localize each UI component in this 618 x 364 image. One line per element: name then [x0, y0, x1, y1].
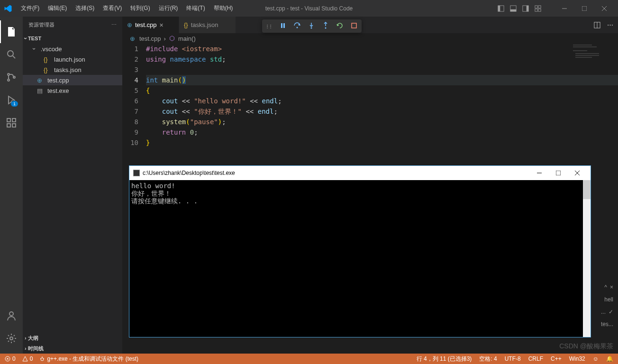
- grip-icon[interactable]: ⫶⫶: [266, 23, 273, 30]
- symbol-method-icon: [169, 35, 175, 42]
- svg-point-30: [297, 27, 298, 28]
- window-close-button[interactable]: [594, 1, 614, 16]
- layout-toggle-secondary-icon[interactable]: [522, 5, 529, 12]
- status-arch[interactable]: Win32: [569, 355, 585, 363]
- status-encoding[interactable]: UTF-8: [505, 355, 521, 363]
- svg-rect-39: [575, 53, 599, 54]
- activity-bar: 1: [0, 17, 23, 354]
- console-line: 你好，世界！: [131, 190, 589, 197]
- tree-file-tasks[interactable]: {}tasks.json: [23, 64, 122, 75]
- svg-rect-35: [352, 23, 356, 28]
- menu-edit[interactable]: 编辑(E): [44, 2, 71, 14]
- console-titlebar[interactable]: c:\Users\zhank\Desktop\test\test.exe: [129, 166, 591, 180]
- debug-toolbar[interactable]: ⫶⫶: [262, 19, 362, 33]
- menu-view[interactable]: 查看(V): [99, 2, 126, 14]
- debug-stepout-button[interactable]: [322, 22, 329, 31]
- status-eol[interactable]: CRLF: [528, 355, 543, 363]
- cpp-icon: ⊕: [37, 77, 45, 84]
- status-indent[interactable]: 空格: 4: [479, 355, 497, 363]
- console-maximize-button[interactable]: [549, 166, 568, 180]
- tree-file-testexe[interactable]: ▤test.exe: [23, 85, 122, 96]
- tab-tasksjson[interactable]: {}tasks.json: [179, 17, 236, 33]
- close-icon[interactable]: ×: [610, 284, 613, 291]
- debug-stepinto-button[interactable]: [308, 22, 315, 31]
- tree-file-launch[interactable]: {}launch.json: [23, 54, 122, 64]
- activity-scm[interactable]: [0, 66, 23, 89]
- svg-rect-29: [283, 23, 285, 28]
- status-cursor-pos[interactable]: 行 4，列 11 (已选择3): [417, 355, 472, 363]
- watermark: CSDN @酸梅果茶: [559, 342, 613, 351]
- close-icon[interactable]: ×: [160, 21, 164, 29]
- svg-rect-9: [538, 9, 541, 11]
- window-maximize-button[interactable]: [574, 1, 594, 16]
- chevron-right-icon: ›: [25, 346, 27, 351]
- debug-pause-button[interactable]: [279, 22, 287, 31]
- menu-file[interactable]: 文件(F): [17, 2, 43, 14]
- tree-folder-vscode[interactable]: .vscode: [23, 44, 122, 54]
- activity-account[interactable]: [0, 304, 23, 327]
- status-debug-config[interactable]: g++.exe - 生成和调试活动文件 (test): [39, 355, 138, 363]
- console-window[interactable]: c:\Users\zhank\Desktop\test\test.exe hel…: [129, 165, 591, 337]
- status-errors[interactable]: 0: [5, 355, 16, 362]
- json-icon: {}: [44, 56, 51, 63]
- menu-terminal[interactable]: 终端(T): [182, 2, 209, 14]
- layout-toggle-primary-icon[interactable]: [498, 5, 504, 12]
- vscode-logo-icon: [4, 4, 12, 13]
- sidebar-title: 资源管理器: [28, 21, 55, 28]
- statusbar: 0 0 g++.exe - 生成和调试活动文件 (test) 行 4，列 11 …: [0, 354, 618, 364]
- panel-up-icon[interactable]: ^: [604, 284, 607, 291]
- console-output[interactable]: hello word! 你好，世界！ 请按任意键继续. . .: [129, 180, 591, 207]
- console-close-button[interactable]: [568, 166, 587, 180]
- svg-point-17: [8, 79, 9, 81]
- status-warnings[interactable]: 0: [22, 355, 33, 362]
- minimap[interactable]: [571, 44, 618, 67]
- tree-file-testcpp[interactable]: ⊕test.cpp: [23, 75, 122, 85]
- svg-rect-37: [573, 46, 597, 47]
- status-bell-icon[interactable]: 🔔: [606, 355, 613, 363]
- exe-icon: ▤: [37, 87, 45, 94]
- sidebar-more-icon[interactable]: ⋯: [111, 22, 117, 28]
- console-scrollbar[interactable]: [583, 180, 591, 337]
- breadcrumb-file[interactable]: test.cpp: [139, 35, 161, 42]
- layout-customize-icon[interactable]: [535, 5, 541, 12]
- terminal-label[interactable]: tes...: [601, 321, 613, 328]
- activity-settings[interactable]: [0, 327, 23, 350]
- window-minimize-button[interactable]: [554, 1, 574, 16]
- breadcrumb[interactable]: ⊕ test.cpp › main(): [122, 33, 618, 44]
- panel-peek: ^× hell ...✓ tes...: [590, 281, 618, 330]
- check-icon: ✓: [609, 309, 613, 315]
- breadcrumb-symbol[interactable]: main(): [178, 35, 196, 42]
- outline-section[interactable]: › 大纲: [23, 333, 122, 343]
- status-language[interactable]: C++: [551, 355, 562, 363]
- tab-testcpp[interactable]: ⊕test.cpp×: [122, 17, 179, 33]
- svg-rect-7: [538, 5, 541, 8]
- terminal-label[interactable]: hell: [604, 296, 613, 303]
- cpp-icon: ⊕: [127, 21, 132, 28]
- svg-point-14: [8, 51, 13, 56]
- svg-rect-5: [527, 5, 528, 11]
- debug-stepover-button[interactable]: [293, 22, 301, 31]
- status-feedback-icon[interactable]: ☺: [593, 355, 599, 363]
- window-title: test.cpp - test - Visual Studio Code: [265, 5, 353, 12]
- menu-run[interactable]: 运行(R): [155, 2, 182, 14]
- tree-root[interactable]: TEST: [23, 33, 122, 44]
- svg-rect-20: [7, 118, 10, 122]
- scrollbar-thumb[interactable]: [583, 180, 591, 199]
- activity-extensions[interactable]: [0, 111, 23, 134]
- menu-selection[interactable]: 选择(S): [72, 2, 98, 14]
- activity-search[interactable]: [0, 43, 23, 66]
- layout-toggle-panel-icon[interactable]: [510, 5, 517, 12]
- json-icon: {}: [44, 66, 51, 73]
- menu-go[interactable]: 转到(G): [127, 2, 154, 14]
- menu-help[interactable]: 帮助(H): [210, 2, 237, 14]
- activity-run[interactable]: 1: [0, 89, 23, 111]
- activity-explorer[interactable]: [0, 20, 23, 43]
- svg-rect-40: [575, 55, 599, 56]
- timeline-section[interactable]: › 时间线: [23, 343, 122, 354]
- terminal-label[interactable]: ...: [601, 309, 606, 315]
- more-actions-icon[interactable]: ⋯: [607, 21, 613, 28]
- split-editor-icon[interactable]: [594, 22, 600, 28]
- console-minimize-button[interactable]: [530, 166, 549, 180]
- debug-stop-button[interactable]: [350, 22, 358, 31]
- debug-restart-button[interactable]: [336, 22, 344, 31]
